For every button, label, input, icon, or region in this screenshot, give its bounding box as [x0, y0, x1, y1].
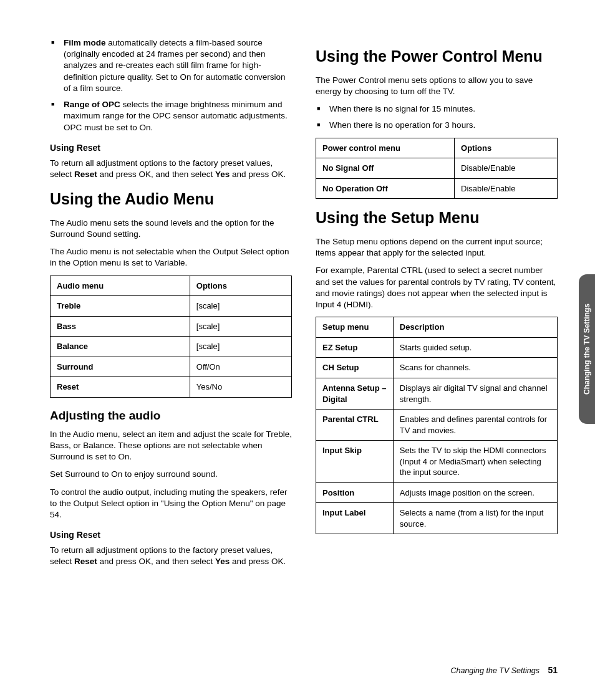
- table-cell: Sets the TV to skip the HDMI connectors …: [393, 441, 557, 483]
- setup-menu-table: Setup menu Description EZ SetupStarts gu…: [316, 317, 558, 534]
- table-cell: Scans for channels.: [393, 358, 557, 378]
- table-cell: Bass: [51, 316, 190, 337]
- body-text: Set Surround to On to enjoy surround sou…: [50, 469, 292, 480]
- table-header: Options: [455, 138, 558, 158]
- table-cell: Displays air digital TV signal and chann…: [393, 378, 557, 409]
- bullet-label: Range of OPC: [64, 100, 120, 109]
- table-cell: Input Skip: [316, 441, 394, 483]
- audio-menu-heading: Using the Audio Menu: [50, 189, 292, 210]
- left-column: Film mode automatically detects a film-b…: [50, 37, 292, 573]
- list-item: Film mode automatically detects a film-b…: [64, 37, 292, 94]
- table-cell: CH Setup: [316, 358, 394, 378]
- reset-paragraph: To return all adjustment options to the …: [50, 158, 292, 180]
- footer-section-title: Changing the TV Settings: [450, 666, 539, 675]
- table-cell: [scale]: [190, 337, 291, 357]
- power-bullets: When there is no signal for 15 minutes. …: [316, 103, 558, 131]
- table-cell: [scale]: [190, 316, 291, 337]
- table-cell: No Operation Off: [316, 178, 455, 199]
- table-cell: Treble: [51, 296, 190, 317]
- table-cell: Adjusts image position on the screen.: [393, 482, 557, 503]
- table-header: Power control menu: [316, 138, 455, 158]
- table-cell: EZ Setup: [316, 337, 394, 358]
- body-text: To control the audio output, including m…: [50, 487, 292, 521]
- table-cell: Enables and defines parental controls fo…: [393, 410, 557, 441]
- power-control-heading: Using the Power Control Menu: [316, 46, 558, 67]
- table-cell: Surround: [51, 357, 190, 377]
- body-text: The Setup menu options depend on the cur…: [316, 236, 558, 259]
- page-number: 51: [548, 665, 558, 675]
- body-text: In the Audio menu, select an item and ad…: [50, 429, 292, 463]
- table-header: Description: [393, 317, 557, 338]
- table-cell: Balance: [51, 337, 190, 357]
- reset-paragraph: To return all adjustment options to the …: [50, 545, 292, 567]
- table-cell: Input Label: [316, 503, 394, 534]
- table-cell: Off/On: [190, 357, 291, 377]
- table-cell: [scale]: [190, 296, 291, 317]
- table-header: Options: [190, 276, 291, 296]
- adjusting-audio-heading: Adjusting the audio: [50, 408, 292, 424]
- table-cell: Position: [316, 482, 394, 503]
- table-cell: Antenna Setup – Digital: [316, 378, 394, 409]
- table-cell: Disable/Enable: [455, 158, 558, 179]
- table-cell: Yes/No: [190, 377, 291, 398]
- body-text: For example, Parental CTRL (used to sele…: [316, 265, 558, 310]
- audio-menu-table: Audio menu Options Treble[scale] Bass[sc…: [50, 276, 292, 398]
- table-cell: No Signal Off: [316, 158, 455, 179]
- page-footer: Changing the TV Settings 51: [450, 664, 558, 676]
- list-item: Range of OPC selects the image brightnes…: [64, 99, 292, 133]
- table-cell: Parental CTRL: [316, 410, 394, 441]
- using-reset-heading: Using Reset: [50, 142, 292, 154]
- film-mode-list: Film mode automatically detects a film-b…: [50, 37, 292, 133]
- setup-menu-heading: Using the Setup Menu: [316, 208, 558, 229]
- power-control-table: Power control menu Options No Signal Off…: [316, 138, 558, 199]
- list-item: When there is no operation for 3 hours.: [329, 120, 558, 131]
- table-cell: Disable/Enable: [455, 178, 558, 199]
- using-reset-heading: Using Reset: [50, 529, 292, 541]
- table-cell: Reset: [51, 377, 190, 398]
- list-item: When there is no signal for 15 minutes.: [329, 103, 558, 115]
- section-tab: Changing the TV Settings: [579, 274, 595, 424]
- table-cell: Starts guided setup.: [393, 337, 557, 358]
- right-column: Using the Power Control Menu The Power C…: [316, 37, 558, 573]
- body-text: The Power Control menu sets options to a…: [316, 75, 558, 97]
- body-text: The Audio menu is not selectable when th…: [50, 246, 292, 269]
- table-cell: Selects a name (from a list) for the inp…: [393, 503, 557, 534]
- body-text: The Audio menu sets the sound levels and…: [50, 218, 292, 240]
- bullet-label: Film mode: [64, 38, 106, 47]
- table-header: Audio menu: [51, 276, 190, 296]
- section-tab-label: Changing the TV Settings: [582, 304, 592, 395]
- table-header: Setup menu: [316, 317, 394, 338]
